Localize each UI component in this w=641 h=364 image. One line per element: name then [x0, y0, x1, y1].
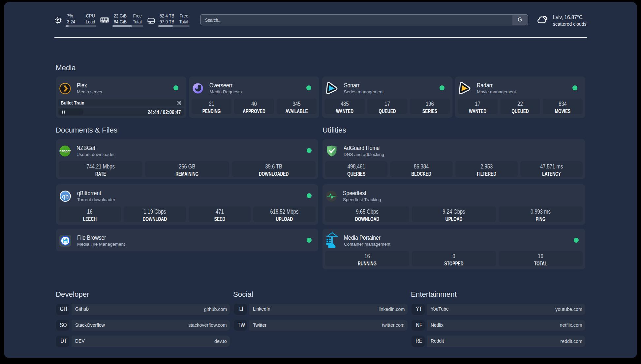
svg-text:qb: qb [62, 193, 69, 200]
svg-text:nzbget: nzbget [59, 149, 71, 153]
